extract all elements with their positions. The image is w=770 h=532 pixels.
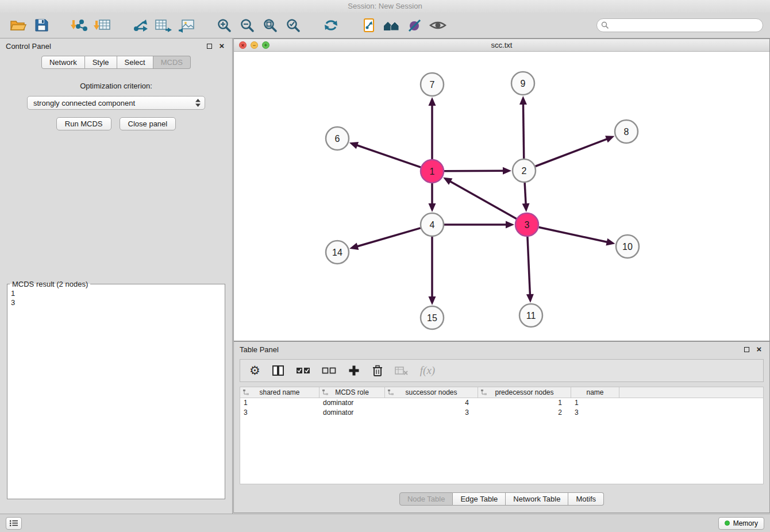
tab-network[interactable]: Network (41, 56, 85, 69)
memory-label: Memory (733, 519, 758, 527)
network-window-title: scc.txt (491, 41, 513, 49)
zoom-in-button[interactable] (213, 15, 236, 36)
graph-edge-arrowhead (526, 294, 534, 303)
graph-edge-3-11[interactable] (528, 237, 530, 296)
close-panel-button[interactable]: Close panel (120, 117, 176, 130)
zoom-selected-button[interactable] (282, 15, 305, 36)
graph-edge-4-14[interactable] (356, 228, 421, 247)
graph-edge-arrowhead (605, 136, 614, 142)
new-network-button[interactable] (129, 15, 152, 36)
import-table-button[interactable] (91, 15, 114, 36)
tab-network-table[interactable]: Network Table (506, 492, 568, 506)
tab-edge-table[interactable]: Edge Table (453, 492, 506, 506)
graph-node-label: 14 (332, 248, 342, 257)
tab-style[interactable]: Style (85, 56, 117, 69)
graph-node-label: 7 (430, 80, 435, 90)
sort-icon (480, 389, 487, 396)
zoom-fit-icon (263, 18, 278, 33)
export-image-button[interactable] (175, 15, 198, 36)
tab-node-table[interactable]: Node Table (399, 492, 453, 506)
column-header-successor-nodes[interactable]: successor nodes (385, 387, 478, 398)
tab-select[interactable]: Select (117, 56, 153, 69)
table-panel-close-button[interactable]: × (754, 345, 764, 354)
mcds-result-box[interactable]: MCDS result (2 nodes) 1 3 (7, 280, 225, 499)
tab-mcds[interactable]: MCDS (153, 56, 191, 69)
window-close-button[interactable]: × (239, 41, 247, 49)
graph-edge-arrowhead (506, 221, 514, 229)
clone-network-button[interactable] (357, 15, 380, 36)
graph-edge-2-8[interactable] (536, 138, 609, 167)
apply-function-button[interactable]: f(x) (420, 364, 435, 377)
float-icon (744, 347, 749, 352)
window-titlebar: Session: New Session (0, 0, 770, 13)
graph-node-label: 6 (335, 134, 340, 144)
graph-edge-2-3[interactable] (525, 183, 526, 206)
cell-predecessor-nodes: 2 (478, 408, 571, 418)
column-label: name (586, 388, 603, 396)
delete-table-icon (395, 365, 409, 376)
table-row[interactable]: 1 dominator 4 1 1 (240, 398, 763, 408)
deselect-all-icon (322, 366, 336, 375)
add-column-button[interactable] (348, 364, 360, 377)
control-panel-title: Control Panel (6, 42, 51, 51)
memory-button[interactable]: Memory (718, 517, 764, 530)
graph-edge-3-10[interactable] (539, 227, 609, 242)
window-minimize-button[interactable]: − (251, 41, 258, 49)
table-row[interactable]: 3 dominator 3 2 3 (240, 408, 763, 418)
split-column-button[interactable] (272, 365, 284, 376)
column-header-predecessor-nodes[interactable]: predecessor nodes (478, 387, 571, 398)
split-column-icon (272, 365, 284, 376)
column-label: predecessor nodes (495, 388, 553, 396)
column-label: MCDS role (335, 388, 369, 396)
delete-column-button[interactable] (372, 364, 383, 377)
table-tabs: Node Table Edge Table Network Table Moti… (234, 492, 769, 506)
select-all-button[interactable] (296, 366, 310, 375)
run-mcds-button[interactable]: Run MCDS (56, 117, 111, 130)
table-panel-float-button[interactable] (742, 345, 751, 354)
graph-edge-arrowhead (503, 167, 511, 175)
sort-icon (322, 389, 329, 396)
homes-icon (383, 18, 401, 32)
task-history-button[interactable] (6, 517, 22, 530)
show-all-networks-button[interactable] (380, 15, 403, 36)
refresh-view-button[interactable] (319, 15, 342, 36)
delete-table-button[interactable] (395, 365, 409, 376)
export-table-button[interactable] (152, 15, 175, 36)
graph-edge-1-2[interactable] (444, 171, 505, 171)
gear-icon: ⚙ (249, 365, 260, 376)
hide-graphics-details-button[interactable] (403, 15, 426, 36)
table-options-button[interactable]: ⚙ (249, 365, 260, 376)
column-label: successor nodes (405, 388, 457, 396)
criterion-dropdown[interactable]: strongly connected component (27, 96, 205, 110)
search-input[interactable] (596, 18, 763, 32)
plus-icon (348, 364, 360, 377)
open-folder-icon (10, 18, 27, 32)
graph-edge-1-6[interactable] (355, 145, 421, 167)
network-window-titlebar[interactable]: × − + scc.txt (234, 39, 769, 52)
main-toolbar (0, 13, 770, 38)
graph-edge-arrowhead (519, 96, 527, 105)
open-file-button[interactable] (7, 15, 30, 36)
graph-edge-2-9[interactable] (523, 102, 523, 159)
graph-edge-3-1[interactable] (449, 180, 517, 218)
network-canvas[interactable]: 7968124314101511 (234, 52, 769, 341)
cell-mcds-role: dominator (319, 408, 385, 418)
deselect-all-button[interactable] (322, 366, 336, 375)
control-panel-close-button[interactable]: × (217, 41, 226, 51)
criterion-dropdown-value: strongly connected component (33, 99, 195, 107)
save-session-button[interactable] (30, 15, 53, 36)
table-panel: Table Panel × ⚙ (233, 341, 770, 513)
column-header-shared-name[interactable]: shared name (240, 387, 319, 398)
graph-node-label: 4 (430, 220, 435, 230)
show-hide-button[interactable] (426, 15, 449, 36)
tab-motifs[interactable]: Motifs (568, 492, 604, 506)
sort-icon (242, 389, 249, 396)
zoom-out-button[interactable] (236, 15, 259, 36)
column-header-mcds-role[interactable]: MCDS role (319, 387, 385, 398)
column-header-name[interactable]: name (571, 387, 619, 398)
window-zoom-button[interactable]: + (262, 41, 270, 49)
zoom-fit-button[interactable] (259, 15, 282, 36)
control-panel-float-button[interactable] (205, 41, 214, 51)
import-network-button[interactable] (68, 15, 91, 36)
trash-icon (372, 364, 383, 377)
